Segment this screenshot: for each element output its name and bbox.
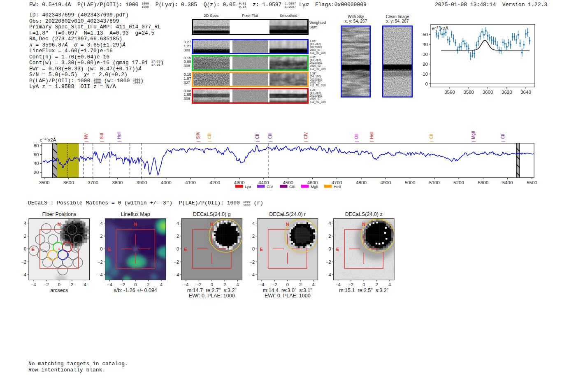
svg-text:−4: −4 [21,272,26,277]
svg-text:4200: 4200 [210,180,221,185]
svg-text:{: { [84,141,88,142]
svg-text:0: 0 [134,282,137,287]
svg-text:0: 0 [328,246,331,251]
svg-text:−2: −2 [120,282,125,287]
svg-text:4900: 4900 [381,180,391,185]
svg-text:{: { [471,141,476,142]
svg-text:60: 60 [34,152,39,157]
svg-text:−2: −2 [272,282,277,287]
svg-text:0: 0 [425,81,428,86]
svg-text:+: + [58,246,60,251]
svg-text:CII: CII [429,134,434,139]
svg-text:−4: −4 [249,272,255,277]
svg-text:{: { [255,141,260,142]
svg-text:−2: −2 [174,260,179,264]
svg-text:HeII: HeII [334,184,341,189]
svg-text:CIV: CIV [304,132,308,139]
svg-text:−2: −2 [196,282,202,287]
svg-text:50: 50 [423,32,428,37]
svg-text:N: N [58,222,61,227]
svg-text:−4: −4 [98,272,103,277]
svg-text:CIII: CIII [268,132,272,139]
svg-text:DECaLS(24.0) g: DECaLS(24.0) g [193,211,231,217]
svg-text:CIV: CIV [267,184,274,189]
svg-text:2: 2 [71,282,73,287]
svg-text:−4: −4 [107,282,112,287]
svg-text:e−17x2Å: e−17x2Å [40,137,56,142]
svg-text:−2: −2 [348,282,354,287]
svg-text:CII: CII [501,134,505,139]
svg-text:{: { [304,141,308,142]
svg-text:40: 40 [423,42,428,47]
svg-text:{: { [430,141,434,142]
svg-text:4100: 4100 [185,180,196,185]
svg-text:3500: 3500 [39,180,50,185]
svg-text:0: 0 [24,246,26,251]
svg-text:4800: 4800 [356,180,367,185]
svg-text:EWr: 0. PLAE: 1000: EWr: 0. PLAE: 1000 [265,293,311,299]
svg-text:0: 0 [211,282,213,287]
svg-text:5100: 5100 [429,180,440,185]
svg-text:3560: 3560 [444,90,455,95]
svg-text:MgII: MgII [471,131,476,139]
svg-text:HeII: HeII [117,132,121,139]
svg-text:0: 0 [58,282,60,287]
svg-text:−2: −2 [326,260,331,264]
svg-text:Fiber Positions: Fiber Positions [42,211,76,217]
svg-text:3900: 3900 [137,180,147,185]
svg-text:E: E [260,247,263,252]
svg-text:0: 0 [177,246,179,251]
svg-text:−4: −4 [31,282,36,287]
svg-text:4: 4 [24,221,26,226]
svg-text:−4: −4 [259,282,265,287]
svg-text:0: 0 [100,246,102,251]
svg-text:CIII: CIII [289,184,295,189]
svg-text:2: 2 [147,282,150,287]
svg-text:2: 2 [376,282,378,287]
svg-text:NV: NV [84,133,88,139]
svg-text:2: 2 [100,234,102,239]
svg-text:5400: 5400 [502,180,513,185]
svg-text:E: E [32,247,35,252]
svg-text:m:14.7 re:2.7" s:3.2": m:14.7 re:2.7" s:3.2" [187,288,237,293]
svg-text:DECaLS(24.0) r: DECaLS(24.0) r [269,211,306,217]
svg-text:{: { [208,141,212,142]
svg-text:−4: −4 [174,272,179,277]
svg-text:4: 4 [236,282,239,287]
svg-text:−2: −2 [249,260,255,264]
svg-text:−4: −4 [183,282,189,287]
svg-text:3800: 3800 [112,180,123,185]
svg-text:−4: −4 [335,282,341,287]
svg-text:3700: 3700 [88,180,98,185]
svg-text:0: 0 [286,282,289,287]
svg-text:−2: −2 [98,260,103,264]
svg-text:N: N [286,222,289,227]
svg-text:20: 20 [34,170,39,175]
svg-text:4: 4 [84,282,86,287]
svg-text:4: 4 [252,221,255,226]
svg-text:CIII: CIII [207,132,212,139]
svg-text:3640: 3640 [520,90,531,95]
svg-text:2: 2 [24,234,26,239]
svg-text:3580: 3580 [463,90,474,95]
svg-text:40: 40 [34,161,39,166]
svg-text:−4: −4 [326,272,331,277]
svg-text:MgII: MgII [311,184,318,189]
svg-text:2: 2 [328,234,331,239]
svg-text:{: { [100,141,104,142]
svg-text:N: N [362,222,365,227]
svg-text:EWr: 0. PLAE: 1000: EWr: 0. PLAE: 1000 [189,293,235,299]
svg-text:0: 0 [252,246,255,251]
svg-text:{: { [117,141,121,142]
svg-text:4: 4 [312,282,314,287]
svg-text:2: 2 [177,234,179,239]
svg-text:DECaLS(24.0) z: DECaLS(24.0) z [345,211,383,217]
svg-text:{: { [370,141,374,142]
svg-text:HeII: HeII [369,132,374,139]
svg-text:{: { [355,141,359,142]
svg-text:m:15.1 re:2.5" s:3.2": m:15.1 re:2.5" s:3.2" [339,288,388,293]
svg-text:E: E [184,247,187,252]
svg-text:OII: OII [354,134,359,139]
svg-text:2: 2 [223,282,226,287]
svg-text:10: 10 [423,72,428,77]
